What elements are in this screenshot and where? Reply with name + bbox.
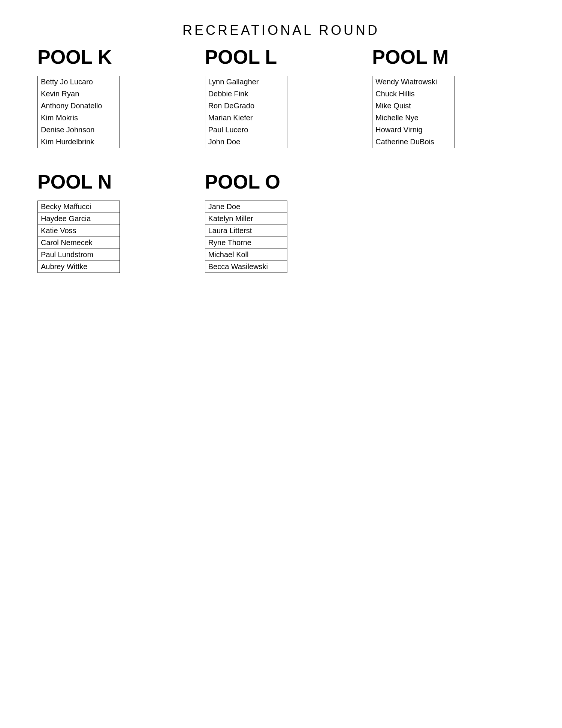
pools-row-2: POOL NBecky MaffucciHaydee GarciaKatie V… (30, 171, 532, 273)
table-row: Aubrey Wittke (38, 261, 120, 273)
player-name: Jane Doe (205, 201, 287, 213)
pool-k-title: POOL K (37, 46, 190, 68)
player-name: Ron DeGrado (205, 100, 287, 112)
table-row: Mike Quist (372, 100, 454, 112)
pool-o-section: POOL OJane DoeKatelyn MillerLaura Litter… (197, 171, 365, 273)
table-row: John Doe (205, 136, 287, 148)
player-name: Wendy Wiatrowski (372, 76, 454, 88)
pool-m-title: POOL M (372, 46, 525, 68)
table-row: Denise Johnson (38, 124, 120, 136)
player-name: John Doe (205, 136, 287, 148)
player-name: Marian Kiefer (205, 112, 287, 124)
player-name: Mike Quist (372, 100, 454, 112)
table-row: Kevin Ryan (38, 88, 120, 100)
pool-n-table: Becky MaffucciHaydee GarciaKatie VossCar… (37, 201, 120, 273)
table-row: Carol Nemecek (38, 237, 120, 249)
pool-k-table: Betty Jo LucaroKevin RyanAnthony Donatel… (37, 76, 120, 148)
player-name: Paul Lundstrom (38, 249, 120, 261)
pool-n-title: POOL N (37, 171, 190, 193)
player-name: Catherine DuBois (372, 136, 454, 148)
table-row: Haydee Garcia (38, 213, 120, 225)
pool-o-title: POOL O (205, 171, 357, 193)
table-row: Kim Hurdelbrink (38, 136, 120, 148)
player-name: Katelyn Miller (205, 213, 287, 225)
table-row: Michael Koll (205, 249, 287, 261)
player-name: Laura Litterst (205, 225, 287, 237)
table-row: Becca Wasilewski (205, 261, 287, 273)
player-name: Becky Maffucci (38, 201, 120, 213)
pool-k-section: POOL KBetty Jo LucaroKevin RyanAnthony D… (30, 46, 197, 148)
table-row: Paul Lundstrom (38, 249, 120, 261)
player-name: Aubrey Wittke (38, 261, 120, 273)
table-row: Betty Jo Lucaro (38, 76, 120, 88)
table-row: Kim Mokris (38, 112, 120, 124)
table-row: Wendy Wiatrowski (372, 76, 454, 88)
table-row: Katelyn Miller (205, 213, 287, 225)
table-row: Becky Maffucci (38, 201, 120, 213)
table-row: Paul Lucero (205, 124, 287, 136)
player-name: Chuck Hillis (372, 88, 454, 100)
table-row: Michelle Nye (372, 112, 454, 124)
player-name: Carol Nemecek (38, 237, 120, 249)
table-row: Marian Kiefer (205, 112, 287, 124)
table-row: Ron DeGrado (205, 100, 287, 112)
player-name: Michael Koll (205, 249, 287, 261)
player-name: Paul Lucero (205, 124, 287, 136)
pool-n-section: POOL NBecky MaffucciHaydee GarciaKatie V… (30, 171, 197, 273)
player-name: Ryne Thorne (205, 237, 287, 249)
pool-l-section: POOL LLynn GallagherDebbie FinkRon DeGra… (197, 46, 365, 148)
player-name: Michelle Nye (372, 112, 454, 124)
table-row: Katie Voss (38, 225, 120, 237)
table-row: Anthony Donatello (38, 100, 120, 112)
pools-row-1: POOL KBetty Jo LucaroKevin RyanAnthony D… (30, 46, 532, 148)
player-name: Kim Hurdelbrink (38, 136, 120, 148)
player-name: Lynn Gallagher (205, 76, 287, 88)
player-name: Debbie Fink (205, 88, 287, 100)
table-row: Laura Litterst (205, 225, 287, 237)
table-row: Catherine DuBois (372, 136, 454, 148)
pool-l-title: POOL L (205, 46, 357, 68)
table-row: Chuck Hillis (372, 88, 454, 100)
table-row: Debbie Fink (205, 88, 287, 100)
pool-m-table: Wendy WiatrowskiChuck HillisMike QuistMi… (372, 76, 454, 148)
pool-l-table: Lynn GallagherDebbie FinkRon DeGradoMari… (205, 76, 287, 148)
table-row: Lynn Gallagher (205, 76, 287, 88)
player-name: Kim Mokris (38, 112, 120, 124)
pool-m-section: POOL MWendy WiatrowskiChuck HillisMike Q… (365, 46, 532, 148)
player-name: Betty Jo Lucaro (38, 76, 120, 88)
page-title: RECREATIONAL ROUND (30, 22, 532, 38)
player-name: Anthony Donatello (38, 100, 120, 112)
player-name: Katie Voss (38, 225, 120, 237)
table-row: Ryne Thorne (205, 237, 287, 249)
player-name: Denise Johnson (38, 124, 120, 136)
pool-o-table: Jane DoeKatelyn MillerLaura LitterstRyne… (205, 201, 287, 273)
table-row: Jane Doe (205, 201, 287, 213)
player-name: Kevin Ryan (38, 88, 120, 100)
player-name: Haydee Garcia (38, 213, 120, 225)
table-row: Howard Virnig (372, 124, 454, 136)
player-name: Howard Virnig (372, 124, 454, 136)
empty-section (365, 171, 532, 273)
player-name: Becca Wasilewski (205, 261, 287, 273)
